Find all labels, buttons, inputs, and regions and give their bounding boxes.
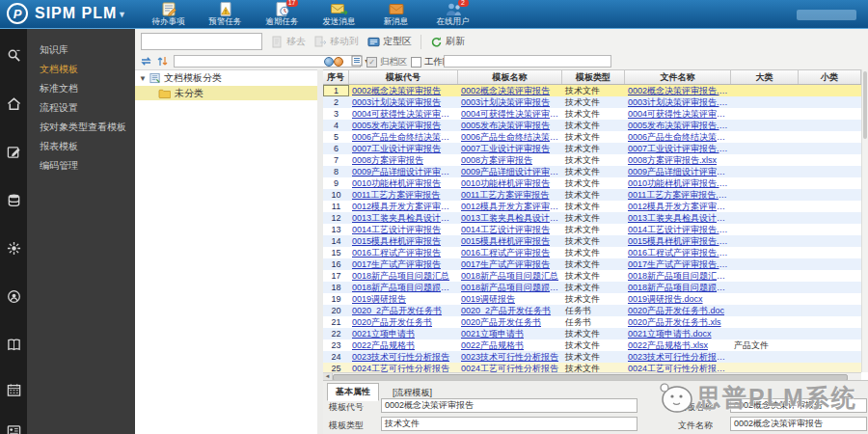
cell-文件名称[interactable]: 0016工程试产评审报告.xlsx <box>625 247 731 258</box>
cell-文件名称[interactable]: 0015模具样机评审报告.xlsx <box>625 235 731 247</box>
column-header-模板名称[interactable]: 模板名称 <box>458 70 562 84</box>
gear-icon[interactable] <box>0 237 27 258</box>
table-row[interactable]: 240023技术可行性分析报告0023技术可行性分析报告技术文件0023技术可行… <box>323 351 861 363</box>
table-row[interactable]: 190019调研报告0019调研报告技术文件0019调研报告.docx <box>323 293 861 305</box>
edit-icon[interactable] <box>0 141 27 162</box>
cell-模板名称[interactable]: 0007工业设计评审报告 <box>458 143 562 154</box>
cell-模板代号[interactable]: 0020产品开发任务书 <box>349 316 458 328</box>
cell-模板代号[interactable]: 0005发布决策评审报告 <box>349 120 458 131</box>
cell-文件名称[interactable]: 0020产品开发任务书.xls <box>625 316 731 328</box>
cell-模板名称[interactable]: 0013工装夹具检具设计评审报告 <box>458 212 562 224</box>
cell-模板代号[interactable]: 0020_2产品开发任务书 <box>349 305 458 316</box>
column-header-小类[interactable]: 小类 <box>799 70 861 84</box>
cell-文件名称[interactable]: 0017生产试产评审报告.xlsx <box>625 258 731 270</box>
tree-node-root[interactable]: ▼ 文档模板分类 <box>135 70 317 86</box>
table-row[interactable]: 100011工艺方案评审报告0011工艺方案评审报告技术文件0011工艺方案评审… <box>323 189 861 201</box>
sidebar-item-标准文档[interactable]: 标准文档 <box>27 79 135 98</box>
cell-模板名称[interactable]: 0018新产品项目问题跟踪表 <box>458 282 562 293</box>
cell-模板名称[interactable]: 0009产品详细设计评审报告 <box>458 166 562 177</box>
cell-模板代号[interactable]: 0002概念决策评审报告 <box>349 85 458 96</box>
search-doc-icon[interactable] <box>0 44 27 66</box>
cell-文件名称[interactable]: 0009产品详细设计评审报告.xlsx <box>625 166 731 177</box>
column-header-模板类型[interactable]: 模板类型 <box>562 70 625 84</box>
template-code-field[interactable]: 0002概念决策评审报告 <box>381 398 637 413</box>
cell-模板代号[interactable]: 0007工业设计评审报告 <box>349 143 458 154</box>
cell-文件名称[interactable]: 0010功能样机评审报告.xlsx <box>625 177 731 189</box>
toolbar-item-new-message[interactable]: 新消息 <box>367 0 424 28</box>
table-row[interactable]: 50006产品生命终结决策评审报告0006产品生命终结决策评审报告技术文件000… <box>323 131 861 143</box>
cell-文件名称[interactable]: 0005发布决策评审报告.xlsx <box>625 120 731 131</box>
support-icon[interactable] <box>0 285 27 307</box>
cell-文件名称[interactable]: 0018新产品项目问题跟踪表.xlsx <box>625 282 731 293</box>
table-row[interactable]: 110012模具开发方案评审报告0012模具开发方案评审报告技术文件0012模具… <box>323 201 861 212</box>
cell-模板代号[interactable]: 0017生产试产评审报告 <box>349 258 458 270</box>
column-header-大类[interactable]: 大类 <box>731 70 799 84</box>
toolbar-item-send-message[interactable]: 发送消息 <box>311 0 367 28</box>
card-icon[interactable] <box>0 420 27 434</box>
cell-模板名称[interactable]: 0017生产试产评审报告 <box>458 258 562 270</box>
sidebar-item-文档模板[interactable]: 文档模板 <box>27 60 135 79</box>
cell-模板名称[interactable]: 0020_2产品开发任务书 <box>458 305 562 316</box>
table-row[interactable]: 10002概念决策评审报告0002概念决策评审报告技术文件0002概念决策评审报… <box>323 85 861 96</box>
sidebar-item-报表模板[interactable]: 报表模板 <box>27 137 135 156</box>
refresh-button[interactable]: 刷新 <box>430 35 465 48</box>
table-row[interactable]: 90010功能样机评审报告0010功能样机评审报告技术文件0010功能样机评审报… <box>323 177 861 189</box>
tab-basic-properties[interactable]: 基本属性 <box>327 383 379 401</box>
cell-模板代号[interactable]: 0008方案评审报告 <box>349 154 458 166</box>
cell-模板代号[interactable]: 0014工艺设计评审报告 <box>349 224 458 235</box>
cell-模板名称[interactable]: 0019调研报告 <box>458 293 562 305</box>
tree-node-unclassified[interactable]: 未分类 <box>135 86 317 100</box>
cell-模板名称[interactable]: 0018新产品项目问题汇总 <box>458 270 562 282</box>
cell-模板代号[interactable]: 0018新产品项目问题跟踪表 <box>349 282 458 293</box>
cell-模板代号[interactable]: 0012模具开发方案评审报告 <box>349 201 458 212</box>
cell-模板名称[interactable]: 0012模具开发方案评审报告 <box>458 201 562 212</box>
cell-模板名称[interactable]: 0023技术可行性分析报告 <box>458 351 562 363</box>
toolbar-item-online-users[interactable]: 2在线用户 <box>424 0 481 28</box>
cell-文件名称[interactable]: 0020产品开发任务书.doc <box>625 305 731 316</box>
cell-模板名称[interactable]: 0008方案评审报告 <box>458 154 562 166</box>
cell-文件名称[interactable]: 0004可获得性决策评审报告.xlsx <box>625 108 731 120</box>
cell-模板代号[interactable]: 0011工艺方案评审报告 <box>349 189 458 201</box>
cell-模板代号[interactable]: 0021立项申请书 <box>349 328 458 339</box>
column-header-模板代号[interactable]: 模板代号 <box>349 70 458 84</box>
cell-模板代号[interactable]: 0016工程试产评审报告 <box>349 247 458 258</box>
cell-文件名称[interactable]: 0022产品规格书.xlsx <box>625 339 731 351</box>
table-row[interactable]: 200020_2产品开发任务书0020_2产品开发任务书任务书0020产品开发任… <box>323 305 861 316</box>
cell-模板名称[interactable]: 0014工艺设计评审报告 <box>458 224 562 235</box>
cell-模板名称[interactable]: 0005发布决策评审报告 <box>458 120 562 131</box>
cell-模板名称[interactable]: 0003计划决策评审报告 <box>458 96 562 108</box>
table-row[interactable]: 150016工程试产评审报告0016工程试产评审报告技术文件0016工程试产评审… <box>323 247 861 258</box>
cell-文件名称[interactable]: 0002概念决策评审报告.xlsx <box>625 85 731 96</box>
cell-模板代号[interactable]: 0004可获得性决策评审报告 <box>349 108 458 120</box>
cell-文件名称[interactable]: 0012模具开发方案评审报告.xlsx <box>625 201 731 212</box>
table-row[interactable]: 120013工装夹具检具设计评审报告0013工装夹具检具设计评审报告技术文件00… <box>323 212 861 224</box>
tree-refresh-icon[interactable] <box>140 55 153 68</box>
cell-模板代号[interactable]: 0015模具样机评审报告 <box>349 235 458 247</box>
cell-文件名称[interactable]: 0023技术可行性分析报告.docx <box>625 351 731 363</box>
table-row[interactable]: 220021立项申请书0021立项申请书技术文件0021立项申请书.docx <box>323 328 861 339</box>
brand-caret-icon[interactable]: ▼ <box>118 10 126 19</box>
horizontal-scrollbar[interactable]: ◄ <box>323 372 861 380</box>
toolbar-item-warning-task[interactable]: 预警任务 <box>197 0 254 28</box>
column-header-序号[interactable]: 序号 <box>323 70 349 84</box>
table-row[interactable]: 160017生产试产评审报告0017生产试产评审报告技术文件0017生产试产评审… <box>323 258 861 270</box>
table-row[interactable]: 30004可获得性决策评审报告0004可获得性决策评审报告技术文件0004可获得… <box>323 108 861 120</box>
search-prev-icon[interactable] <box>324 57 334 67</box>
archive-area-checkbox[interactable]: ✓ 归档区 <box>366 56 408 68</box>
table-row[interactable]: 60007工业设计评审报告0007工业设计评审报告技术文件0007工业设计评审报… <box>323 143 861 154</box>
table-row[interactable]: 70008方案评审报告0008方案评审报告技术文件0008方案评审报告.xlsx <box>323 154 861 166</box>
table-row[interactable]: 80009产品详细设计评审报告0009产品详细设计评审报告技术文件0009产品详… <box>323 166 861 177</box>
cell-模板代号[interactable]: 0022产品规格书 <box>349 339 458 351</box>
sidebar-item-知识库[interactable]: 知识库 <box>27 41 135 60</box>
cell-模板名称[interactable]: 0016工程试产评审报告 <box>458 247 562 258</box>
sidebar-item-按对象类型查看模板[interactable]: 按对象类型查看模板 <box>27 118 135 137</box>
file-name-field[interactable]: 0002概念决策评审报告 <box>730 417 867 431</box>
cell-模板名称[interactable]: 0006产品生命终结决策评审报告 <box>458 131 562 143</box>
sidebar-item-流程设置[interactable]: 流程设置 <box>27 98 135 118</box>
table-filter-input[interactable] <box>444 55 611 68</box>
category-combobox[interactable] <box>141 33 262 50</box>
cell-模板代号[interactable]: 0018新产品项目问题汇总 <box>349 270 458 282</box>
cell-文件名称[interactable]: 0006产品生命终结决策评审报告.xlsx <box>625 131 731 143</box>
toolbar-item-overdue-task[interactable]: 17逾期任务 <box>254 0 311 28</box>
scrollbar-thumb[interactable] <box>863 71 867 139</box>
